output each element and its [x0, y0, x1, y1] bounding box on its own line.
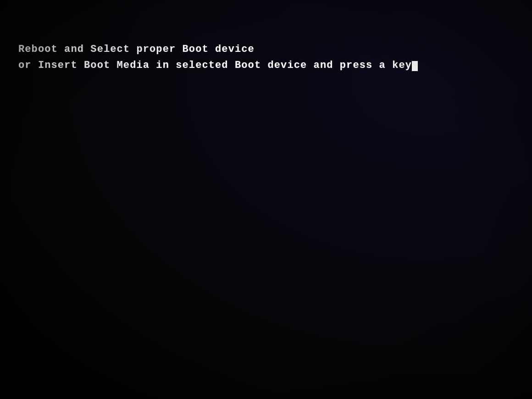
boot-message-line2: or Insert Boot Media in selected Boot de… — [18, 57, 418, 73]
boot-message-line2-text: or Insert Boot Media in selected Boot de… — [18, 60, 412, 71]
boot-message-container: Reboot and Select proper Boot device or … — [0, 0, 418, 73]
boot-cursor — [412, 61, 418, 71]
boot-message-line1: Reboot and Select proper Boot device — [18, 41, 418, 57]
boot-screen: Reboot and Select proper Boot device or … — [0, 0, 532, 399]
